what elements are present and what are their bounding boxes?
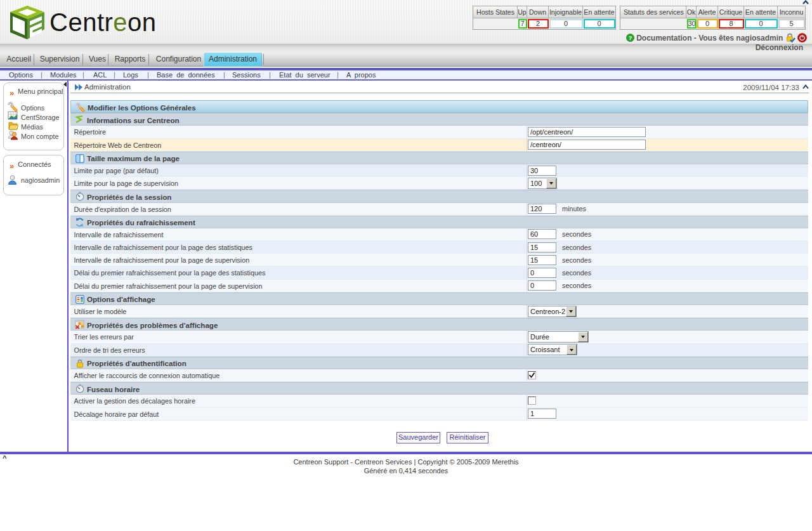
svg-text:?: ? — [629, 35, 632, 41]
